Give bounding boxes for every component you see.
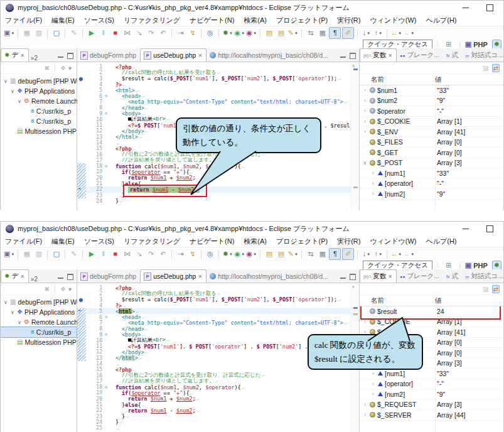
tree-item-php-applications[interactable]: ∨❖PHP Applications	[1, 307, 77, 317]
profile-button[interactable]: ◉▼	[246, 28, 257, 38]
link-with-editor-button[interactable]: ⇆	[305, 249, 316, 259]
editor-tab-2[interactable]: http://localhost/myproj_basic/ch08/d...	[206, 270, 332, 283]
fold-marker-icon[interactable]: ⊖	[104, 385, 109, 390]
ruler-cell[interactable]	[77, 198, 86, 204]
variable-row[interactable]: $_GETArray [0]	[360, 148, 503, 158]
menu-item[interactable]: ナビゲート(N)	[190, 16, 234, 25]
variable-row[interactable]: ›$_COOKIEArray [1]	[360, 117, 503, 127]
ruler-cell[interactable]	[77, 151, 86, 157]
disconnect-button[interactable]: ⋈	[122, 28, 132, 38]
mark-occurrences-button[interactable]: ✎	[68, 28, 79, 38]
ruler-cell[interactable]	[77, 175, 86, 181]
menu-item[interactable]: ファイル(F)	[5, 237, 42, 246]
view-tab-2[interactable]: fx式	[443, 270, 462, 283]
breakpoint-icon[interactable]	[79, 77, 83, 81]
terminate-button[interactable]: ■	[110, 28, 121, 38]
editor-tab-0[interactable]: PdebugForm.php	[77, 49, 140, 62]
fold-marker-icon[interactable]: ⊖	[104, 164, 109, 169]
back-button[interactable]: ←▼	[390, 28, 402, 38]
expand-chevron-icon[interactable]: ›	[362, 98, 368, 104]
variable-row[interactable]: ›[num1]"33"	[360, 168, 503, 179]
ruler-cell[interactable]	[77, 122, 86, 128]
column-header-value[interactable]: 値	[435, 75, 503, 84]
ruler-cell[interactable]	[77, 408, 86, 413]
next-annotation-button[interactable]: ↓▼	[361, 249, 372, 259]
tree-item-c-usr-kis-p[interactable]: ≡C:/usr/kis_p	[1, 106, 77, 116]
new-wizard-button[interactable]: ▣▼	[4, 249, 14, 259]
more-tabs-indicator[interactable]: »2	[29, 276, 40, 283]
menu-item[interactable]: 実行(R)	[337, 16, 360, 25]
ruler-cell[interactable]	[77, 146, 86, 151]
menu-item[interactable]: ヘルプ(H)	[426, 16, 456, 25]
ruler-cell[interactable]	[77, 117, 86, 122]
expand-chevron-icon[interactable]: ›	[362, 108, 368, 114]
menu-item[interactable]: ファイル(F)	[5, 16, 42, 25]
save-all-button[interactable]: ▥	[33, 249, 44, 259]
next-annotation-button[interactable]: ↓▼	[361, 28, 372, 38]
ruler-cell[interactable]	[77, 332, 86, 337]
editor-tab-1[interactable]: PuseDebug.php✕	[140, 269, 206, 283]
ruler-cell[interactable]	[77, 291, 86, 296]
ruler-cell[interactable]	[77, 169, 86, 175]
ruler-cell[interactable]	[77, 99, 86, 105]
console-button[interactable]: ▢	[51, 28, 62, 38]
maximize-button[interactable]	[486, 225, 493, 232]
open-file-button[interactable]: ▤	[276, 249, 286, 259]
profile-button[interactable]: ◉▼	[246, 249, 257, 259]
resume-button[interactable]: ▶	[86, 249, 97, 259]
variable-row[interactable]: ›[num2]"9"	[360, 189, 503, 200]
ruler-cell[interactable]	[77, 111, 86, 116]
tree-item-multisession-php[interactable]: ▤Multisession PHP	[1, 126, 77, 136]
expand-chevron-icon[interactable]: ›	[362, 119, 368, 124]
expand-chevron-icon[interactable]: ›	[370, 391, 376, 397]
close-icon[interactable]: ✕	[388, 274, 392, 279]
column-header-value[interactable]: 値	[435, 296, 503, 305]
menu-item[interactable]: 実行(R)	[337, 237, 360, 246]
ruler-cell[interactable]	[77, 419, 86, 425]
maximize-view-button[interactable]	[67, 53, 73, 59]
ruler-cell[interactable]	[77, 338, 86, 343]
terminate-button[interactable]: ■	[110, 249, 121, 259]
ruler-cell[interactable]	[77, 93, 86, 99]
editor-tab-2[interactable]: http://localhost/myproj_basic/ch08/d...	[206, 49, 332, 62]
show-whitespace-button[interactable]: ¶	[329, 27, 341, 39]
highlight-button[interactable]: ✐	[342, 248, 354, 260]
ruler-cell[interactable]	[77, 367, 86, 372]
maximize-editor-button[interactable]	[350, 53, 356, 59]
menu-item[interactable]: 検索(A)	[244, 16, 267, 25]
editor-scrollbar[interactable]: ∧	[350, 62, 359, 210]
run-button[interactable]: ◉▼	[234, 249, 245, 259]
ruler-cell[interactable]	[77, 105, 86, 111]
minimize-button[interactable]	[463, 8, 469, 8]
view-tab-1[interactable]: ●●ブレーク...	[397, 49, 443, 62]
ruler-cell[interactable]	[77, 349, 86, 355]
more-tabs-indicator[interactable]: »2	[29, 55, 40, 62]
disconnect-button[interactable]: ⋈	[122, 249, 132, 259]
menu-item[interactable]: 編集(E)	[51, 16, 75, 25]
tree-item-php-applications[interactable]: ∨❖PHP Applications	[1, 86, 77, 96]
menu-item[interactable]: 編集(E)	[51, 237, 75, 246]
view-menu-button[interactable]: ▾	[68, 286, 72, 293]
menu-item[interactable]: プロジェクト(P)	[276, 16, 328, 25]
show-blocks-button[interactable]: ▦	[317, 249, 328, 259]
expand-chevron-icon[interactable]: ›	[370, 181, 376, 186]
column-divider[interactable]	[435, 85, 436, 210]
ruler-cell[interactable]	[77, 128, 86, 134]
ruler-cell[interactable]	[77, 303, 86, 308]
expand-chevron-icon[interactable]: ›	[370, 170, 376, 176]
save-all-button[interactable]: ▥	[33, 28, 44, 38]
maximize-editor-button[interactable]	[350, 274, 356, 280]
ruler-cell[interactable]	[77, 64, 86, 70]
editor-tab-1[interactable]: PuseDebug.php✕	[140, 48, 206, 62]
expand-chevron-icon[interactable]: ›	[370, 191, 376, 197]
remove-terminated-button[interactable]: ✖	[45, 286, 50, 293]
ruler-cell[interactable]	[77, 193, 86, 198]
ruler-cell[interactable]	[77, 320, 86, 326]
tab-debug[interactable]: ✹デ✕	[1, 269, 29, 283]
view-tab-2[interactable]: fx式	[443, 49, 462, 62]
resume-button[interactable]: ▶	[86, 28, 97, 38]
ruler-cell[interactable]	[77, 163, 86, 169]
expand-chevron-icon[interactable]: ›	[362, 412, 368, 418]
ruler-cell[interactable]	[77, 384, 86, 390]
expand-chevron-icon[interactable]: ∨	[3, 300, 8, 305]
